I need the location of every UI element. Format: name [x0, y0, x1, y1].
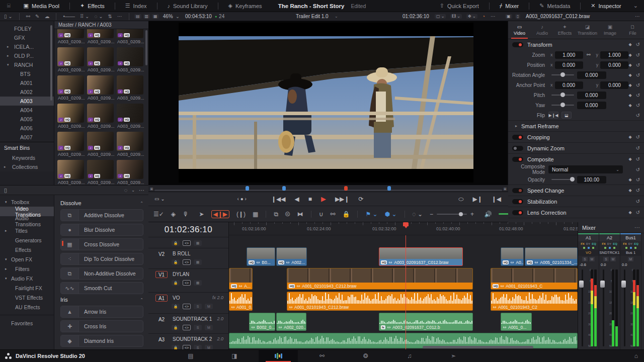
x-value-field[interactable]: 1.000 [555, 51, 583, 59]
mute-button[interactable]: M [589, 257, 595, 261]
solo-button[interactable]: S [582, 257, 588, 261]
dy-chip[interactable]: DY [586, 242, 591, 245]
step-back-button[interactable]: ◀ [294, 196, 299, 203]
timeline-marker[interactable] [246, 186, 249, 191]
clip-a003_02091637_c012-braw[interactable]: HQA003_02091637_C012.braw [379, 247, 463, 266]
menu-item-sound-library[interactable]: ♪Sound Library [162, 0, 214, 12]
breadcrumb[interactable]: Master / RANCH / A003 [54, 21, 148, 29]
bin-item-a001[interactable]: A001 [0, 78, 54, 87]
reset-icon[interactable]: ↺ [636, 199, 640, 204]
effects-tree-generators[interactable]: Generators [0, 235, 54, 245]
media-clip-thumbnail[interactable]: ♪HQ A003_0209... [117, 75, 143, 102]
overwrite-clip-icon[interactable]: ⧀ [285, 211, 290, 218]
media-clip-thumbnail[interactable]: ♪HQ A003_0209... [87, 75, 114, 102]
media-clip-thumbnail[interactable]: ♪HQ A003_0209... [87, 29, 114, 45]
value-field[interactable]: 0.000 [577, 92, 606, 99]
expand-chevron-icon[interactable]: ▸ [515, 124, 517, 128]
media-clip-thumbnail[interactable]: ♪HQ A003_0209... [117, 104, 143, 130]
list-filter-icon[interactable]: ▥ [143, 14, 150, 19]
mixer-channel-a1[interactable]: A1 FXDYEQ VO SM -0.6 05101520304050 [578, 233, 599, 349]
zoom-in-icon[interactable]: + [470, 211, 474, 218]
auto-select-icon[interactable]: <> [183, 259, 191, 265]
keyframe-icon[interactable]: ◆ [628, 63, 631, 67]
keyframe-icon[interactable]: ◆ [628, 53, 631, 57]
mute-button[interactable]: M [205, 304, 213, 309]
effects-tree-audio-fx[interactable]: ▾Audio FX [0, 274, 54, 283]
go-to-start-button[interactable]: ❙◀◀ [271, 196, 286, 203]
viewer-scrub-bar[interactable]: ▣ ▣ [148, 186, 508, 192]
color-wheel-icon[interactable]: ◔ [482, 14, 485, 19]
enable-toggle[interactable] [512, 42, 523, 47]
eq-chip[interactable]: EQ [612, 242, 618, 245]
fader-knob[interactable] [579, 281, 584, 288]
enable-track-icon[interactable]: ▦ [194, 240, 202, 246]
zoom-out-icon[interactable]: − [430, 211, 433, 218]
collapse-chevron-icon[interactable]: ⌃ [140, 201, 143, 206]
keyframe-icon[interactable]: ◆ [628, 210, 631, 215]
media-clip-thumbnail[interactable]: ♪HQ A003_0209... [117, 29, 143, 45]
flip-vertical-button[interactable]: ⬓ [561, 112, 572, 119]
menu-item-inspector[interactable]: ✕Inspector [585, 0, 627, 12]
clip-info-icon[interactable]: ▣ [505, 14, 512, 19]
replace-clip-icon[interactable]: ⧓ [297, 211, 303, 218]
solo-button[interactable]: S [194, 325, 202, 330]
auto-select-icon[interactable]: <> [183, 304, 191, 309]
menu-item-quick-export[interactable]: ⇧Quick Export [434, 0, 485, 12]
effect-cross-iris[interactable]: ✚Cross Iris [60, 320, 143, 332]
inspector-more-icon[interactable]: ⋯ [635, 14, 640, 19]
clip-a003_02091637_c012-b[interactable]: fxA003_02091637_C012.b [379, 313, 473, 331]
reset-icon[interactable]: ↺ [636, 52, 640, 58]
clip-a001_0-[interactable]: A001_0... [229, 292, 253, 311]
timeline-horizontal-scrollbar[interactable] [423, 346, 533, 348]
fx-chip[interactable]: FX [622, 242, 627, 245]
section-header[interactable]: Stabilization↺ [508, 196, 644, 207]
bin-item-ranch[interactable]: ▾RANCH [0, 60, 54, 69]
marker-icon[interactable]: ⬢ ⌄ [385, 211, 397, 218]
eq-chip[interactable]: EQ [591, 242, 597, 245]
effect-additive-dissolve[interactable]: ⧉Additive Dissolve [60, 209, 143, 221]
smart-bins-header[interactable]: Smart Bins [0, 142, 54, 153]
section-header[interactable]: Speed Change◆↺ [508, 185, 644, 196]
track-header-a2[interactable]: A2 SOUNDTRACK 1 2.0 🔒<>SM [148, 314, 228, 334]
flip-horizontal-button[interactable]: ▶❙◀ [548, 112, 558, 119]
bin-item-icela[interactable]: ▸ICELA... [0, 42, 54, 51]
section-header[interactable]: ▸Smart Reframe [508, 121, 644, 131]
bin-item-gfx[interactable]: GFX [0, 33, 54, 42]
position-lock-icon[interactable]: 🔒 [343, 211, 350, 218]
eq-chip[interactable]: EQ [633, 242, 639, 245]
effect-dip-to-color-dissolve[interactable]: ⁖Dip To Color Dissolve [60, 253, 143, 265]
enable-toggle[interactable] [512, 199, 523, 204]
cloud-icon[interactable]: ☁ [44, 14, 49, 19]
value-slider[interactable] [551, 74, 574, 75]
dynamic-trim-icon[interactable]: (❙) [236, 211, 246, 218]
link-xy-icon[interactable]: ⚯ [587, 52, 591, 57]
auto-select-icon[interactable]: <> [183, 240, 191, 246]
page-color[interactable]: ❂ [346, 349, 385, 362]
media-clip-thumbnail[interactable]: ♪HQ A003_0209... [57, 160, 84, 185]
effects-more-icon[interactable]: ⋯ [139, 187, 144, 194]
goto-in-icon[interactable]: ▶❙ [472, 196, 482, 203]
page-cut[interactable]: ◨ [215, 349, 254, 362]
bin-item-bts[interactable]: BTS [0, 69, 54, 78]
enable-toggle[interactable] [512, 188, 523, 193]
trim-edit-tool-icon[interactable]: ◀❙▶ [211, 210, 230, 218]
inspector-tab-file[interactable]: 🗋File [621, 21, 644, 39]
value-field[interactable]: 0.000 [577, 71, 606, 79]
channel-fader[interactable]: 05101520304050 [578, 267, 599, 349]
dy-chip[interactable]: DY [607, 242, 612, 245]
viewer-mode-icon[interactable]: ▢ ⌄ [435, 14, 446, 19]
page-edit[interactable] [259, 349, 298, 362]
effect-cross-dissolve[interactable]: ▦Cross Dissolve [60, 238, 143, 250]
reset-icon[interactable]: ↺ [636, 177, 640, 183]
value-field[interactable]: 0.000 [577, 102, 606, 109]
thumb-size-slider[interactable]: •—— [63, 14, 75, 19]
clip-list-icon[interactable]: ▯ [515, 14, 520, 19]
reset-icon[interactable]: ↺ [636, 167, 640, 172]
bin-item-a003[interactable]: A003 [0, 97, 54, 106]
bin-item-a006[interactable]: A006 [0, 124, 54, 133]
timeline-marker[interactable] [387, 186, 391, 191]
channel-fader[interactable]: 05101520304050 [599, 267, 620, 349]
loop-button[interactable]: ⟳ [358, 196, 363, 203]
lock-track-icon[interactable]: 🔒 [172, 240, 180, 246]
bin-scrollbar[interactable] [50, 25, 52, 101]
